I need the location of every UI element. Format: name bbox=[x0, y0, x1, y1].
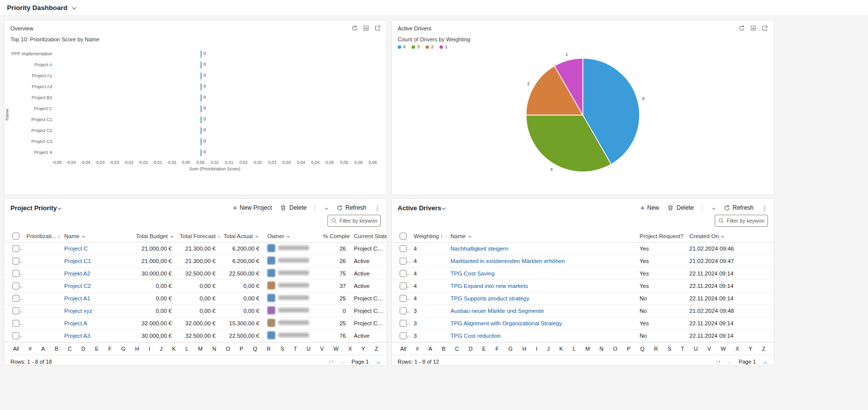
project-name-link[interactable]: Projekt A2 bbox=[64, 271, 90, 276]
legend-item[interactable]: 4 bbox=[398, 44, 406, 49]
jump-to-letter[interactable]: A bbox=[41, 346, 45, 352]
jump-to-letter[interactable]: L bbox=[572, 346, 576, 352]
previous-page-icon[interactable]: ← bbox=[727, 359, 733, 365]
table-row[interactable]: Project A32.000,00 €32.000,00 €15.300,00… bbox=[4, 317, 387, 329]
project-name-link[interactable]: Project A1 bbox=[64, 295, 90, 301]
column-header-percent-complete[interactable]: % Complete bbox=[323, 233, 350, 239]
select-all-checkbox[interactable] bbox=[12, 233, 19, 240]
jump-to-letter[interactable]: E bbox=[95, 346, 99, 352]
row-checkbox[interactable] bbox=[400, 245, 407, 252]
jump-to-letter[interactable]: X bbox=[735, 346, 740, 352]
bar[interactable] bbox=[201, 73, 202, 79]
jump-to-letter[interactable]: W bbox=[720, 346, 726, 352]
popout-icon[interactable] bbox=[374, 25, 381, 31]
jump-to-letter[interactable]: M bbox=[198, 346, 203, 352]
jump-to-letter[interactable]: J bbox=[546, 346, 550, 352]
table-row[interactable]: Projekt A230.000,00 €32.500,00 €22.500,0… bbox=[4, 267, 387, 279]
jump-to-letter[interactable]: P bbox=[239, 346, 244, 352]
jump-to-letter[interactable]: Z bbox=[761, 346, 766, 352]
table-row[interactable]: 4Marktanteil in existierenden Märkten er… bbox=[392, 255, 774, 267]
legend-item[interactable]: 1 bbox=[439, 44, 447, 49]
column-header-total-budget[interactable]: Total Budget bbox=[136, 233, 173, 239]
row-checkbox[interactable] bbox=[12, 270, 19, 277]
jump-to-letter[interactable]: R bbox=[653, 346, 658, 352]
table-row[interactable]: 4Nachhaltigkeit steigernYes21.02.2024 09… bbox=[392, 242, 774, 255]
jump-to-letter[interactable]: X bbox=[348, 346, 352, 352]
row-checkbox[interactable] bbox=[400, 295, 407, 302]
driver-name-link[interactable]: TPG Alignment with Organizational Strate… bbox=[450, 320, 562, 326]
jump-to-letter[interactable]: U bbox=[306, 346, 311, 352]
row-checkbox[interactable] bbox=[12, 307, 19, 314]
refresh-icon[interactable] bbox=[739, 25, 745, 31]
jump-to-letter[interactable]: H bbox=[134, 346, 139, 352]
more-commands-icon[interactable]: ⋮ bbox=[374, 204, 381, 212]
table-row[interactable]: Project C121.000,00 €21.300,00 €6.200,00… bbox=[4, 255, 387, 267]
row-checkbox[interactable] bbox=[400, 332, 407, 339]
project-name-link[interactable]: Project C2 bbox=[64, 283, 91, 289]
jump-to-letter[interactable]: V bbox=[320, 346, 324, 352]
jump-to-letter[interactable]: U bbox=[693, 346, 698, 352]
first-page-icon[interactable] bbox=[715, 359, 721, 365]
table-row[interactable]: Project A330.000,00 €32.500,00 €22.500,0… bbox=[4, 329, 387, 342]
owner-cell[interactable] bbox=[267, 306, 309, 314]
jump-to-letter[interactable]: P bbox=[627, 346, 631, 352]
owner-cell[interactable] bbox=[267, 244, 309, 252]
bar[interactable] bbox=[201, 138, 202, 145]
next-page-icon[interactable]: → bbox=[761, 359, 768, 365]
more-commands-icon[interactable]: ⋮ bbox=[761, 204, 768, 212]
bar[interactable] bbox=[201, 62, 202, 68]
jump-to-letter[interactable]: G bbox=[508, 346, 514, 352]
bar[interactable] bbox=[201, 51, 202, 57]
command-overflow-chevron[interactable] bbox=[323, 203, 328, 212]
jump-to-letter[interactable]: B bbox=[441, 346, 446, 352]
jump-to-letter[interactable]: T bbox=[680, 346, 685, 352]
jump-to-letter[interactable]: H bbox=[522, 346, 527, 352]
refresh-icon[interactable] bbox=[351, 25, 358, 31]
next-page-icon[interactable]: → bbox=[374, 359, 381, 365]
legend-item[interactable]: 3 bbox=[412, 44, 420, 49]
table-row[interactable]: 4TPG Supports product strategyNo22.11.20… bbox=[392, 292, 774, 304]
jump-to-letter[interactable]: C bbox=[67, 346, 72, 352]
jump-to-letter[interactable]: O bbox=[613, 346, 618, 352]
owner-cell[interactable] bbox=[267, 269, 309, 277]
project-name-link[interactable]: Project A3 bbox=[64, 333, 90, 339]
jump-to-letter[interactable]: B bbox=[54, 346, 59, 352]
row-checkbox[interactable] bbox=[400, 258, 407, 265]
column-header-project-request[interactable]: Project Request? bbox=[640, 233, 685, 239]
drivers-grid-view-selector[interactable]: Active Drivers bbox=[398, 204, 445, 212]
jump-to-letter[interactable]: Y bbox=[361, 346, 365, 352]
row-checkbox[interactable] bbox=[12, 295, 19, 302]
jump-to-letter[interactable]: # bbox=[416, 346, 420, 352]
table-row[interactable]: Project A10,00 €0,00 €0,00 €25Project Cr… bbox=[4, 292, 387, 304]
jump-to-letter[interactable]: C bbox=[454, 346, 459, 352]
owner-cell[interactable] bbox=[267, 331, 309, 339]
delete-button[interactable]: Delete bbox=[280, 204, 307, 211]
table-row[interactable]: 3TPG Alignment with Organizational Strat… bbox=[392, 317, 774, 329]
project-name-link[interactable]: Project xyz bbox=[64, 308, 92, 314]
filter-keyword-input[interactable] bbox=[727, 218, 764, 224]
column-header-name[interactable]: Name bbox=[450, 233, 471, 239]
column-header-owner[interactable]: Owner bbox=[267, 233, 289, 239]
jump-to-letter[interactable]: D bbox=[468, 346, 473, 352]
jump-to-letter[interactable]: A bbox=[428, 346, 433, 352]
column-header-weighting[interactable]: Weighting↓ bbox=[414, 233, 446, 239]
column-header-name[interactable]: Name bbox=[64, 233, 85, 239]
jump-to-letter[interactable]: D bbox=[81, 346, 86, 352]
driver-name-link[interactable]: Nachhaltigkeit steigern bbox=[450, 246, 508, 252]
jump-to-letter[interactable]: E bbox=[482, 346, 486, 352]
jump-to-letter[interactable]: G bbox=[121, 346, 126, 352]
previous-page-icon[interactable]: ← bbox=[339, 359, 346, 365]
new-project-button[interactable]: +New Project bbox=[233, 204, 272, 211]
bar[interactable] bbox=[201, 84, 202, 90]
bar[interactable] bbox=[201, 128, 202, 134]
driver-name-link[interactable]: TPG Cost Saving bbox=[450, 271, 495, 276]
jump-to-letter[interactable]: J bbox=[159, 346, 163, 352]
driver-name-link[interactable]: TPG Cost reduction bbox=[450, 333, 501, 339]
project-grid-view-selector[interactable]: Project Priority bbox=[10, 204, 61, 212]
table-row[interactable]: 3Ausbau neuer Märkte und SegmenteNo21.02… bbox=[392, 304, 774, 317]
jump-to-letter[interactable]: T bbox=[293, 346, 298, 352]
bar[interactable] bbox=[201, 117, 202, 123]
refresh-button[interactable]: Refresh bbox=[336, 204, 366, 211]
driver-name-link[interactable]: TPG Expand into new markets bbox=[450, 283, 528, 289]
jump-to-letter[interactable]: M bbox=[585, 346, 590, 352]
